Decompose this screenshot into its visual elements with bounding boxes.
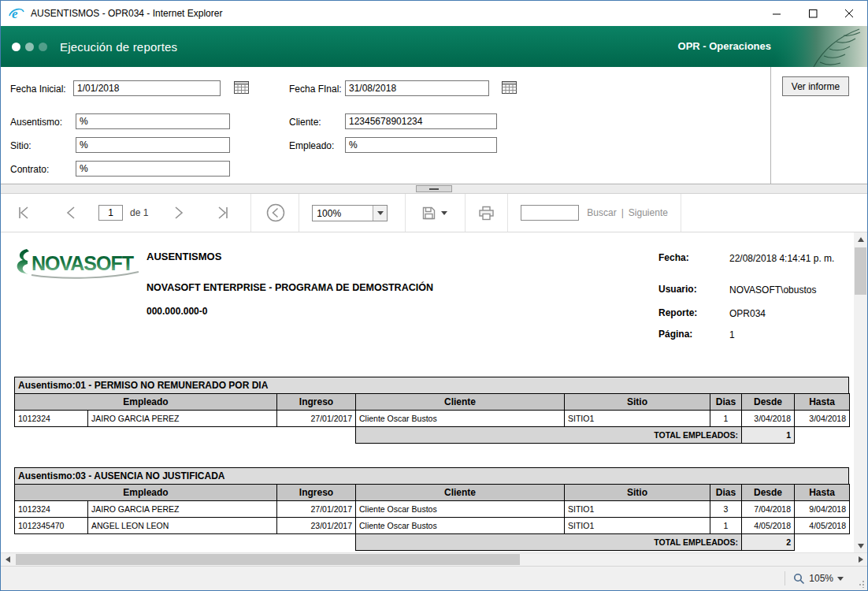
vertical-scrollbar[interactable] [854,232,867,552]
browser-zoom-control[interactable]: 105% [793,573,844,585]
back-arrow-icon [265,203,286,223]
spacer-cell [795,427,850,444]
novasoft-logo: NOVASOFT [13,244,140,284]
sitio-input[interactable] [76,137,230,153]
next-page-icon [173,206,184,220]
toolbar-separator [507,194,508,232]
total-label: TOTAL EMPLEADOS: [356,534,742,551]
column-header: Hasta [795,485,850,501]
ver-informe-button[interactable]: Ver informe [782,76,849,96]
print-icon [478,206,495,221]
vertical-scrollbar-thumb[interactable] [855,247,866,295]
column-header: Sitio [565,485,710,501]
close-button[interactable] [831,1,867,26]
table-cell: 1 [710,411,742,427]
print-button[interactable] [478,206,495,221]
report-table: EmpleadoIngresoClienteSitioDiasDesdeHast… [14,484,850,551]
minimize-icon [773,9,781,18]
fecha-inicial-label: Fecha Inicial: [10,84,66,95]
meta-fecha-value: 22/08/2018 4:14:41 p. m. [729,252,844,265]
logo-text: NOVASOFT [32,252,134,274]
last-page-button[interactable] [214,206,232,220]
fecha-final-label: Fecha FInal: [289,84,342,95]
previous-page-button[interactable] [65,206,76,220]
zoom-select[interactable]: 100% [312,205,388,221]
table-cell: SITIO1 [565,518,710,534]
report-section: Ausentismo:03 - AUSENCIA NO JUSTIFICADAE… [14,467,849,551]
report-section: Ausentismo:01 - PERMISO NO REMUNERADO PO… [14,377,849,444]
status-bar: 105% [1,566,867,590]
buscar-link[interactable]: Buscar [587,207,616,218]
browser-zoom-value: 105% [809,573,833,584]
fecha-final-input[interactable] [345,80,489,96]
cliente-input[interactable] [345,113,497,129]
table-cell: 23/01/2017 [277,518,356,534]
arrow-down-icon [858,544,864,548]
table-cell: 1012345470 [15,518,88,534]
save-export-button[interactable] [421,206,436,221]
fern-graphic [774,26,867,67]
meta-usuario-value: NOVASOFT\obustos [729,284,844,296]
previous-page-icon [65,206,76,220]
resize-grip-icon[interactable] [857,580,865,588]
page-number-input[interactable] [98,205,123,221]
table-cell: Cliente Oscar Bustos [356,501,565,518]
minimize-button[interactable] [759,1,795,26]
empleado-input[interactable] [345,137,497,153]
horizontal-scrollbar-thumb[interactable] [16,554,520,565]
report-sections: Ausentismo:01 - PERMISO NO REMUNERADO PO… [14,377,849,552]
page-title: Ejecución de reportes [60,40,177,54]
scroll-down-button[interactable] [854,539,867,552]
table-cell: 3 [710,501,742,518]
splitter-handle[interactable] [416,185,452,192]
ausentismo-input[interactable] [76,113,230,129]
arrow-left-icon [6,556,10,563]
sitio-label: Sitio: [10,140,32,151]
back-to-parent-button[interactable] [265,203,286,223]
company-line: NOVASOFT ENTERPRISE - PROGRAMA DE DEMOST… [147,282,433,293]
fecha-inicial-input[interactable] [73,80,221,96]
save-dropdown-caret-icon[interactable] [441,211,447,215]
siguiente-link[interactable]: Siguiente [629,207,668,218]
zoom-value: 100% [313,206,373,221]
meta-pagina-label: Página: [658,329,692,340]
header-row: EmpleadoIngresoClienteSitioDiasDesdeHast… [15,394,850,411]
report-title: AUSENTISMOS [147,251,221,262]
zoom-dropdown-button[interactable] [373,206,387,221]
first-page-button[interactable] [15,206,32,220]
report-viewer-toolbar: de 1 100% Buscar | Siguiente [1,194,867,232]
scroll-left-button[interactable] [1,553,14,566]
table-cell: SITIO1 [565,411,710,427]
table-row: 1012324JAIRO GARCIA PEREZ27/01/2017Clien… [15,411,850,427]
close-icon [845,9,854,18]
column-header: Empleado [15,485,277,501]
table-row: 1012324JAIRO GARCIA PEREZ27/01/2017Clien… [15,501,850,518]
total-label: TOTAL EMPLEADOS: [356,427,742,444]
last-page-icon [214,206,232,220]
table-cell: 7/04/2018 [742,501,795,518]
table-cell: SITIO1 [565,501,710,518]
statusbar-separator [785,571,785,585]
maximize-button[interactable] [795,1,831,26]
next-page-button[interactable] [173,206,184,220]
scroll-right-button[interactable] [854,553,867,566]
column-header: Desde [742,394,795,411]
column-header: Ingreso [277,394,356,411]
fecha-inicial-calendar-button[interactable] [232,80,250,96]
scroll-up-button[interactable] [854,232,867,246]
zoom-caret-icon [837,577,844,581]
logo-leaf-icon [17,249,29,274]
report-parameters-panel: Fecha Inicial: Fecha FInal: Ausentismo: … [1,67,867,184]
internet-explorer-icon[interactable]: e [9,6,24,21]
table-cell: 4/05/2018 [795,518,850,534]
horizontal-scrollbar[interactable] [1,552,867,566]
title-bar: e AUSENTISMOS - OPR034 - Internet Explor… [1,1,867,26]
fecha-final-calendar-button[interactable] [500,80,517,96]
table-cell: ANGEL LEON LEON [88,518,277,534]
table-cell: 1012324 [15,411,88,427]
report-table: EmpleadoIngresoClienteSitioDiasDesdeHast… [14,393,850,444]
table-cell: 4/05/2018 [742,518,795,534]
panel-splitter [1,184,867,194]
contrato-input[interactable] [76,161,230,177]
search-input[interactable] [521,205,579,221]
